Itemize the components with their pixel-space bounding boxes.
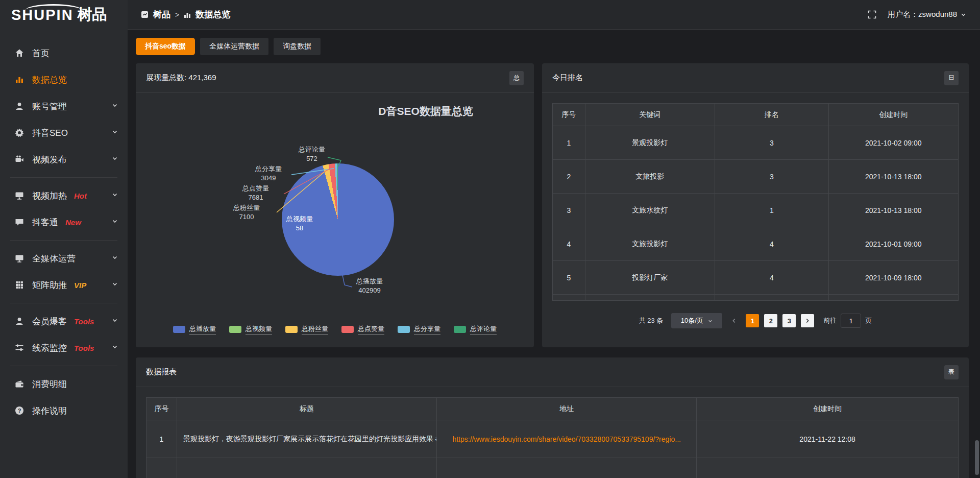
sidebar-divider <box>10 240 117 241</box>
sidebar-item-video-publish[interactable]: 视频发布 <box>0 146 128 173</box>
page-size-select[interactable]: 10条/页 <box>671 313 722 328</box>
cell-index: 1 <box>553 126 585 160</box>
data-tabs: 抖音seo数据 全媒体运营数据 询盘数据 <box>136 38 969 55</box>
pie-label-name: 总粉丝量 <box>224 203 270 212</box>
legend-label: 总点赞量 <box>358 324 384 334</box>
legend-label: 总评论量 <box>470 324 497 334</box>
overview-panel-header: 展现量总数: 421,369 总 <box>136 63 534 93</box>
cell-keyword: 投影灯厂家 <box>585 261 715 295</box>
bar-chart-icon <box>14 75 24 85</box>
tab-douyin-seo-data[interactable]: 抖音seo数据 <box>136 38 195 55</box>
pagination: 共 23 条 10条/页 1 2 3 <box>552 313 959 328</box>
video-link[interactable]: https://www.iesdouyin.com/share/video/70… <box>452 435 681 443</box>
sidebar-item-label: 抖客通 <box>32 217 58 228</box>
page-button-2[interactable]: 2 <box>764 314 777 327</box>
sidebar-item-label: 视频发布 <box>32 154 67 165</box>
cell-index: 3 <box>553 194 585 227</box>
sidebar-item-omni-media[interactable]: 全媒体运营 <box>0 245 128 272</box>
rank-panel: 今日排名 日 序号 关键词 排名 创建时间 1 景 <box>542 63 969 347</box>
chevron-down-icon <box>111 154 118 164</box>
user-menu[interactable]: 用户名：zswodun88 <box>888 10 967 19</box>
day-toggle-button[interactable]: 日 <box>944 71 959 85</box>
pie-label-likes: 总点赞量 7681 <box>233 184 279 202</box>
sidebar-item-video-heat[interactable]: 视频加热 Hot <box>0 182 128 209</box>
page-button-3[interactable]: 3 <box>782 314 796 327</box>
app-logo: SHUPIN 树品 <box>0 0 128 30</box>
pagination-total: 共 23 条 <box>639 316 664 325</box>
legend-item-plays[interactable]: 总播放量 <box>173 324 216 334</box>
legend-label: 总粉丝量 <box>302 324 328 334</box>
report-panel-title: 数据报表 <box>146 367 177 377</box>
impressions-total: 展现量总数: 421,369 <box>146 73 216 83</box>
cell-created: 2021-10-09 18:00 <box>828 261 958 295</box>
sidebar-item-home[interactable]: 首页 <box>0 40 128 66</box>
sidebar-item-consumption-detail[interactable]: 消费明细 <box>0 371 128 397</box>
table-row-clipped <box>553 295 959 301</box>
tab-omni-media-data[interactable]: 全媒体运营数据 <box>200 38 268 55</box>
rank-table-header-row: 序号 关键词 排名 创建时间 <box>553 104 959 126</box>
total-toggle-button[interactable]: 总 <box>509 71 524 85</box>
monitor-icon <box>14 190 24 201</box>
prev-page-button[interactable] <box>727 314 741 327</box>
sliders-icon <box>14 343 24 353</box>
pie-label-name: 总分享量 <box>246 164 291 174</box>
legend-item-likes[interactable]: 总点赞量 <box>341 324 384 334</box>
legend-swatch <box>398 326 410 333</box>
page-button-1[interactable]: 1 <box>746 314 759 327</box>
legend-item-fans[interactable]: 总粉丝量 <box>285 324 328 334</box>
legend-item-comments[interactable]: 总评论量 <box>454 324 497 334</box>
gear-icon <box>14 128 24 138</box>
sidebar-item-label: 首页 <box>32 47 50 59</box>
sidebar-item-label: 消费明细 <box>32 378 67 390</box>
legend-swatch <box>341 326 354 333</box>
video-camera-icon <box>14 154 24 164</box>
chevron-down-icon <box>111 190 118 201</box>
fullscreen-icon[interactable] <box>868 10 876 19</box>
chevron-down-icon <box>111 343 118 353</box>
report-table-header-row: 序号 标题 地址 创建时间 <box>146 398 959 420</box>
cell-created: 2021-11-22 12:08 <box>697 420 959 458</box>
legend-item-videos[interactable]: 总视频量 <box>229 324 272 334</box>
goto-suffix: 页 <box>865 316 872 325</box>
pie-label-name: 总播放量 <box>339 277 400 286</box>
legend-item-shares[interactable]: 总分享量 <box>398 324 440 334</box>
legend-swatch <box>285 326 298 333</box>
sidebar-item-matrix-boost[interactable]: 矩阵助推 VIP <box>0 272 128 298</box>
cell-created: 2021-10-13 18:00 <box>828 194 958 227</box>
page-size-value: 10条/页 <box>681 316 703 325</box>
table-row: 1 景观投影灯 3 2021-10-02 09:00 <box>553 126 959 160</box>
new-badge: New <box>65 218 81 227</box>
sidebar-item-lead-monitor[interactable]: 线索监控 Tools <box>0 334 128 361</box>
vertical-scrollbar-thumb[interactable] <box>975 440 979 475</box>
chevron-down-icon <box>707 318 713 324</box>
sidebar-item-label: 账号管理 <box>32 101 67 112</box>
cell-index: 2 <box>553 160 585 194</box>
breadcrumb-home[interactable]: 树品 <box>153 9 170 20</box>
table-row: 2 文旅投影 3 2021-10-13 18:00 <box>553 160 959 194</box>
tab-inquiry-data[interactable]: 询盘数据 <box>274 38 321 55</box>
table-toggle-button[interactable]: 表 <box>944 365 959 379</box>
pie-label-name: 总评论量 <box>289 145 335 154</box>
report-panel-header: 数据报表 表 <box>136 357 969 387</box>
sidebar-item-account-management[interactable]: 账号管理 <box>0 93 128 119</box>
sidebar-item-instructions[interactable]: ? 操作说明 <box>0 397 128 424</box>
pie-label-value: 402909 <box>339 286 400 295</box>
goto-page-input[interactable] <box>841 314 861 328</box>
topbar: 树品 > 数据总览 用户名：zswodun88 <box>128 0 980 30</box>
sidebar-item-doketong[interactable]: 抖客通 New <box>0 209 128 235</box>
sidebar-item-data-overview[interactable]: 数据总览 <box>0 66 128 93</box>
pie-label-fans: 总粉丝量 7100 <box>224 203 270 222</box>
table-row-clipped <box>146 458 959 478</box>
next-page-button[interactable] <box>801 314 814 327</box>
sidebar-item-douyin-seo[interactable]: 抖音SEO <box>0 119 128 146</box>
pie-label-plays: 总播放量 402909 <box>339 277 400 295</box>
sidebar-item-label: 会员爆客 <box>32 316 67 327</box>
cell-keyword: 文旅投影灯 <box>585 227 715 261</box>
report-table-wrap: 序号 标题 地址 创建时间 1 景观投影灯，夜游景观投影灯厂家展示展示落花灯在花… <box>136 387 969 478</box>
col-created: 创建时间 <box>697 398 959 420</box>
cell-keyword: 景观投影灯 <box>585 126 715 160</box>
table-row: 4 文旅投影灯 4 2021-10-01 09:00 <box>553 227 959 261</box>
pie-label-name: 总点赞量 <box>233 184 279 193</box>
col-keyword: 关键词 <box>585 104 715 126</box>
sidebar-item-member-baoke[interactable]: 会员爆客 Tools <box>0 308 128 334</box>
